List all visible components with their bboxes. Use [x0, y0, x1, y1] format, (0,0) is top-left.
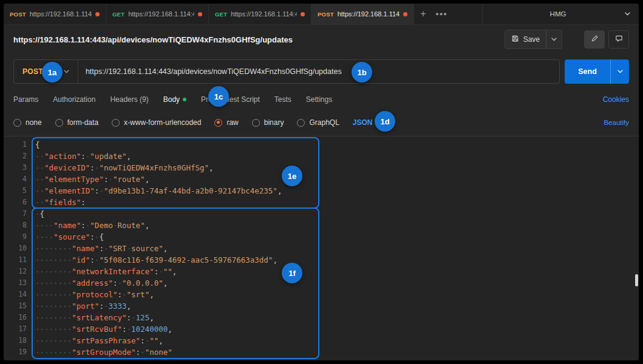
- line-number: 3: [4, 162, 27, 174]
- request-tab[interactable]: POSThttps://192.168.1.114:4: [311, 4, 414, 24]
- body-type-list: noneform-datax-www-form-urlencodedrawbin…: [13, 118, 339, 127]
- code-token: "name": [53, 221, 81, 230]
- edit-button[interactable]: [584, 30, 605, 49]
- body-type-binary[interactable]: binary: [252, 118, 284, 127]
- line-content: ········"networkInterface":·"",: [27, 266, 177, 277]
- code-token: "action": [44, 152, 81, 161]
- body-type-row: noneform-datax-www-form-urlencodedrawbin…: [4, 110, 639, 135]
- body-type-x-www-form-urlencoded[interactable]: x-www-form-urlencoded: [112, 118, 201, 127]
- code-line: 18········"srtPassPhrase":·"",: [4, 335, 639, 346]
- code-token: "none": [145, 348, 172, 357]
- code-token: :: [127, 313, 132, 322]
- tab-body[interactable]: Body: [163, 95, 186, 104]
- url-input[interactable]: https://192.168.1.114:443/api/devices/no…: [78, 67, 349, 76]
- tab-params[interactable]: Params: [13, 95, 38, 104]
- tab-headers-9-[interactable]: Headers (9): [110, 95, 148, 104]
- whitespace-dots: ·: [140, 348, 145, 357]
- title-actions: Save: [505, 30, 629, 49]
- unsaved-dot-icon[interactable]: [403, 12, 407, 16]
- code-line: 10········"name":·"SRT·source",: [4, 243, 639, 254]
- line-content: ··"elementType":·"route",: [27, 174, 149, 185]
- line-content: ········"protocol":·"srt",: [27, 289, 154, 300]
- request-tab[interactable]: GEThttps://192.168.1.114:44: [209, 4, 311, 24]
- body-type-form-data[interactable]: form-data: [55, 118, 98, 127]
- save-label: Save: [523, 35, 540, 44]
- save-button[interactable]: Save: [505, 30, 562, 49]
- whitespace-dots: ·: [122, 290, 127, 299]
- method-label: POST: [10, 11, 26, 18]
- scrollbar-thumb[interactable]: [635, 274, 638, 286]
- method-label: POST: [318, 11, 334, 18]
- code-token: ,: [163, 244, 168, 253]
- line-number: 2: [4, 150, 27, 162]
- radio-icon: [252, 119, 260, 127]
- annotation-badge-1d: 1d: [375, 111, 395, 132]
- unsaved-dot-icon[interactable]: [95, 12, 100, 16]
- beautify-link[interactable]: Beautify: [604, 119, 629, 126]
- body-type-GraphQL[interactable]: GraphQL: [297, 118, 339, 127]
- line-number: 16: [4, 312, 27, 323]
- body-type-none[interactable]: none: [13, 118, 42, 127]
- send-options-button[interactable]: [610, 59, 629, 84]
- chevron-down-icon: [625, 12, 630, 16]
- line-number: 7: [4, 208, 27, 220]
- new-tab-button[interactable]: +: [414, 4, 432, 24]
- radio-icon: [214, 119, 222, 127]
- whitespace-dots: ········: [35, 244, 72, 253]
- body-type-label: GraphQL: [309, 118, 339, 127]
- cookies-link[interactable]: Cookies: [603, 95, 629, 104]
- unsaved-dot-icon[interactable]: [198, 12, 202, 16]
- annotation-badge-1f: 1f: [282, 263, 302, 283]
- code-token: ,: [127, 302, 132, 311]
- line-content: ····"source":·{: [27, 231, 104, 243]
- more-tabs-button[interactable]: ●●●: [432, 4, 451, 24]
- whitespace-dots: ·: [35, 209, 40, 218]
- tab-settings[interactable]: Settings: [306, 95, 332, 104]
- whitespace-dots: ·: [117, 278, 122, 288]
- save-icon: [511, 35, 519, 44]
- whitespace-dots: ····: [35, 221, 53, 230]
- tab-tests[interactable]: Tests: [274, 95, 291, 104]
- code-line: 13········"address":·"0.0.0.0",: [4, 277, 639, 289]
- whitespace-dots: ··: [35, 163, 44, 172]
- line-content: ··"fields":: [27, 197, 86, 208]
- code-line: 14········"protocol":·"srt",: [4, 289, 639, 300]
- send-button[interactable]: Send: [565, 59, 629, 84]
- code-token: {: [40, 209, 45, 218]
- line-number: 17: [4, 323, 27, 335]
- plus-icon: +: [420, 9, 426, 19]
- whitespace-dots: ········: [35, 290, 72, 299]
- whitespace-dots: ········: [35, 267, 72, 276]
- request-tab[interactable]: GEThttps://192.168.1.114:44: [106, 4, 209, 24]
- environment-selector[interactable]: HMG: [482, 4, 639, 24]
- whitespace-dots: ········: [35, 278, 72, 288]
- whitespace-dots: ········: [35, 302, 72, 311]
- code-token: ,: [149, 313, 154, 322]
- comments-button[interactable]: [608, 30, 629, 49]
- code-token: Route": [118, 221, 145, 230]
- unsaved-dot-icon[interactable]: [301, 12, 305, 16]
- body-editor[interactable]: 1{2··"action":·"update",3··"deviceID":·"…: [4, 136, 639, 360]
- body-type-raw[interactable]: raw: [214, 118, 238, 127]
- code-token: "srtPassPhrase": [72, 336, 140, 345]
- tab-url: https://192.168.1.114:4: [338, 10, 400, 18]
- line-content: {: [27, 139, 40, 150]
- code-token: 3333: [108, 302, 126, 311]
- code-token: ,: [149, 290, 154, 299]
- code-token: "id": [72, 255, 90, 265]
- line-content: ········"srtRcvBuf":·10240000,: [27, 323, 172, 335]
- request-tab[interactable]: POSThttps://192.168.1.114:4: [4, 4, 106, 24]
- code-line: 6··"fields":: [4, 197, 639, 208]
- line-number: 20: [4, 358, 27, 360]
- line-number: 8: [4, 220, 27, 231]
- code-token: :: [90, 163, 95, 172]
- line-number: 6: [4, 197, 27, 208]
- whitespace-dots: ·: [99, 186, 104, 195]
- line-number: 12: [4, 266, 27, 277]
- save-options-button[interactable]: [546, 30, 562, 49]
- code-area: 1{2··"action":·"update",3··"deviceID":·"…: [4, 139, 639, 360]
- tab-authorization[interactable]: Authorization: [53, 95, 95, 104]
- code-token: "networkInterface": [72, 267, 154, 276]
- code-line: 7·{: [4, 208, 639, 220]
- code-token: }: [53, 359, 58, 360]
